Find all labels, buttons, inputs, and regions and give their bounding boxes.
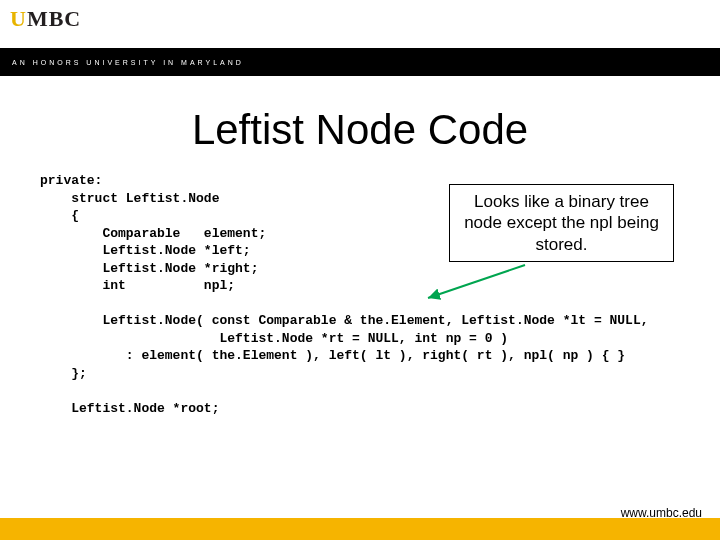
- header: UMBC: [0, 0, 720, 48]
- logo-u: U: [10, 6, 27, 31]
- tagline-band: AN HONORS UNIVERSITY IN MARYLAND: [0, 48, 720, 76]
- tagline: AN HONORS UNIVERSITY IN MARYLAND: [12, 59, 244, 66]
- page-title: Leftist Node Code: [40, 106, 680, 154]
- logo: UMBC: [10, 6, 81, 32]
- logo-mbc: MBC: [27, 6, 81, 31]
- annotation-callout: Looks like a binary tree node except the…: [449, 184, 674, 262]
- footer-bar: [0, 518, 720, 540]
